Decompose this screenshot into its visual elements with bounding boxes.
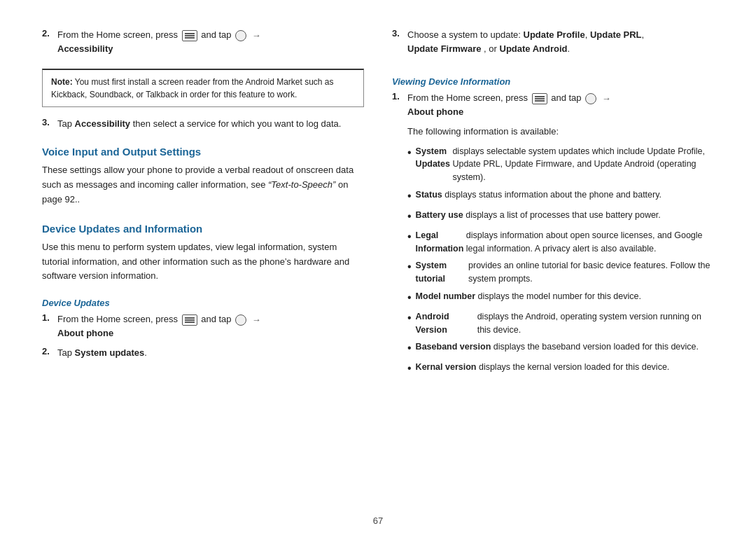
step-2-and: and tap (201, 29, 234, 40)
step-2-num: 2. (42, 28, 53, 39)
du-step-1: 1. From the Home screen, press and tap →… (42, 312, 364, 340)
du-step-2-bold: System updates (75, 347, 145, 358)
bullet-tutorial-bold: System tutorial (416, 259, 466, 286)
note-text: You must first install a screen reader f… (51, 77, 334, 99)
step-3-rest: then select a service for which you want… (133, 118, 342, 129)
bullet-battery-use-bold: Battery use (416, 209, 463, 222)
bullet-system-updates: System Updates displays selectable syste… (407, 145, 714, 184)
view-step-1-bold: About phone (407, 106, 463, 117)
bullet-android-bold: Android Version (416, 310, 475, 337)
du-step-2-content: Tap System updates. (57, 346, 364, 360)
circle-icon-2 (235, 314, 246, 326)
bullet-android-text: displays the Android, operating system v… (477, 310, 714, 337)
following-text: The following information is available: (407, 125, 714, 139)
voice-body: These settings allow your phone to provi… (42, 163, 364, 207)
bullet-model: Model number displays the model number f… (407, 290, 714, 306)
device-updates-heading: Device Updates and Information (42, 223, 364, 235)
arrow-icon-1: → (252, 29, 261, 43)
right-step-3-or: , or (484, 43, 499, 54)
device-updates-section: Device Updates and Information Use this … (42, 213, 364, 289)
right-step-3-num: 3. (392, 28, 403, 39)
voice-heading: Voice Input and Output Settings (42, 146, 364, 158)
step-2-prefix: From the Home screen, press (57, 29, 178, 40)
bullet-system-updates-text: displays selectable system updates which… (452, 145, 714, 184)
bullet-system-updates-bold: System Updates (416, 145, 450, 172)
bullet-battery-use-text: displays a list of processes that use ba… (465, 209, 661, 222)
bullet-status-bold: Status (416, 188, 442, 202)
right-step-3-bold4: Update Android (500, 43, 568, 54)
du-step-1-and: and tap (201, 314, 234, 324)
bullet-legal-text: displays information about open source l… (466, 229, 714, 256)
bullet-battery-use: Battery use displays a list of processes… (407, 209, 714, 225)
circle-icon-1 (235, 30, 246, 41)
bullet-tutorial: System tutorial provides an online tutor… (407, 259, 714, 286)
du-step-1-content: From the Home screen, press and tap → Ab… (57, 312, 364, 340)
du-step-1-bold: About phone (57, 328, 113, 338)
view-step-1: 1. From the Home screen, press and tap →… (392, 91, 714, 119)
device-updates-sub: Device Updates 1. From the Home screen, … (42, 289, 364, 365)
viewing-section: Viewing Device Information 1. From the H… (392, 68, 714, 381)
note-label: Note: (51, 77, 73, 87)
right-step-3: 3. Choose a system to update: Update Pro… (392, 28, 714, 55)
voice-section: Voice Input and Output Settings These se… (42, 136, 364, 212)
right-step-3-bold2: Update PRL (590, 29, 642, 40)
bullet-tutorial-text: provides an online tutorial for basic de… (468, 259, 714, 286)
note-box: Note: You must first install a screen re… (42, 69, 364, 107)
bullet-android: Android Version displays the Android, op… (407, 310, 714, 337)
page-footer: 67 (0, 508, 756, 540)
page-number: 67 (373, 515, 383, 526)
device-updates-sub-heading: Device Updates (42, 298, 364, 308)
bullet-baseband-text: displays the baseband version loaded for… (493, 340, 699, 354)
bullet-kernal-text: displays the kernal version loaded for t… (479, 361, 669, 374)
bullet-status-text: displays status information about the ph… (444, 188, 662, 202)
bullet-legal: Legal Information displays information a… (407, 229, 714, 256)
view-step-1-num: 1. (392, 91, 403, 102)
bullet-legal-bold: Legal Information (416, 229, 464, 256)
right-column: 3. Choose a system to update: Update Pro… (392, 28, 714, 480)
bullet-kernal-bold: Kernal version (416, 361, 477, 374)
info-bullet-list: System Updates displays selectable syste… (392, 145, 714, 378)
step-2-content: From the Home screen, press and tap → Ac… (57, 28, 364, 56)
du-step-2-num: 2. (42, 346, 53, 356)
voice-italic: “Text-to-Speech” (268, 179, 335, 190)
bullet-baseband: Baseband version displays the baseband v… (407, 340, 714, 356)
bullet-model-bold: Model number (416, 290, 475, 303)
bullet-kernal: Kernal version displays the kernal versi… (407, 361, 714, 377)
step-3-bold: Accessibility (75, 118, 131, 129)
device-updates-body: Use this menu to perform system updates,… (42, 240, 364, 284)
menu-icon-3 (532, 93, 547, 104)
arrow-icon-3: → (602, 92, 611, 106)
right-step-3-bold3: Update Firmware (407, 43, 481, 54)
view-step-1-and: and tap (551, 92, 584, 103)
circle-icon-3 (585, 93, 596, 104)
step-3-tap: Tap (57, 118, 72, 129)
bullet-baseband-bold: Baseband version (416, 340, 491, 354)
view-step-1-content: From the Home screen, press and tap → Ab… (407, 91, 714, 119)
left-column: 2. From the Home screen, press and tap →… (42, 28, 364, 480)
du-step-1-prefix: From the Home screen, press (57, 314, 178, 324)
right-step-3-text: Choose a system to update: (407, 29, 521, 40)
du-step-2: 2. Tap System updates. (42, 346, 364, 360)
step-2-bold: Accessibility (57, 43, 113, 54)
arrow-icon-2: → (252, 313, 261, 327)
view-step-1-prefix: From the Home screen, press (407, 92, 528, 103)
menu-icon-2 (182, 314, 197, 326)
bullet-model-text: displays the model number for this devic… (478, 290, 641, 303)
step-3-content: Tap Accessibility then select a service … (57, 117, 364, 131)
right-step-3-bold1: Update Profile (524, 29, 585, 40)
step-3-num: 3. (42, 117, 53, 127)
step-3-item: 3. Tap Accessibility then select a servi… (42, 117, 364, 131)
right-step-3-content: Choose a system to update: Update Profil… (407, 28, 714, 55)
menu-icon-1 (182, 30, 197, 41)
viewing-heading: Viewing Device Information (392, 76, 714, 87)
du-step-2-tap: Tap (57, 347, 72, 358)
du-step-1-num: 1. (42, 312, 53, 323)
step-2-item: 2. From the Home screen, press and tap →… (42, 28, 364, 56)
bullet-status: Status displays status information about… (407, 188, 714, 205)
